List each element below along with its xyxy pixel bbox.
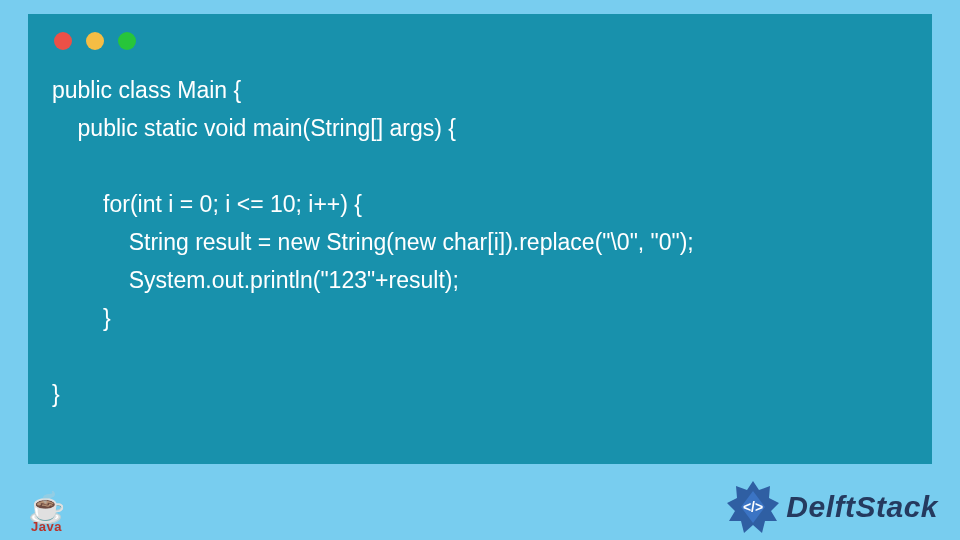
window-dot-yellow-icon [86,32,104,50]
svg-text:</>: </> [743,499,763,515]
java-cup-icon: ☕ [28,494,65,521]
code-line: } [52,305,111,331]
java-label: Java [31,519,62,534]
code-line: } [52,381,60,407]
window-dot-green-icon [118,32,136,50]
window-dot-red-icon [54,32,72,50]
delftstack-badge-icon: </> [726,480,780,534]
brand-logo: </> DelftStack [726,480,938,534]
brand-name: DelftStack [786,490,938,524]
code-line: System.out.println("123"+result); [52,267,459,293]
code-window: public class Main { public static void m… [28,14,932,464]
window-traffic-lights [48,32,912,50]
code-block: public class Main { public static void m… [48,72,912,413]
code-line: String result = new String(new char[i]).… [52,229,694,255]
java-logo: ☕ Java [28,494,65,534]
code-line: for(int i = 0; i <= 10; i++) { [52,191,362,217]
code-line: public class Main { [52,77,241,103]
footer: ☕ Java </> DelftStack [0,478,960,540]
code-line: public static void main(String[] args) { [52,115,456,141]
